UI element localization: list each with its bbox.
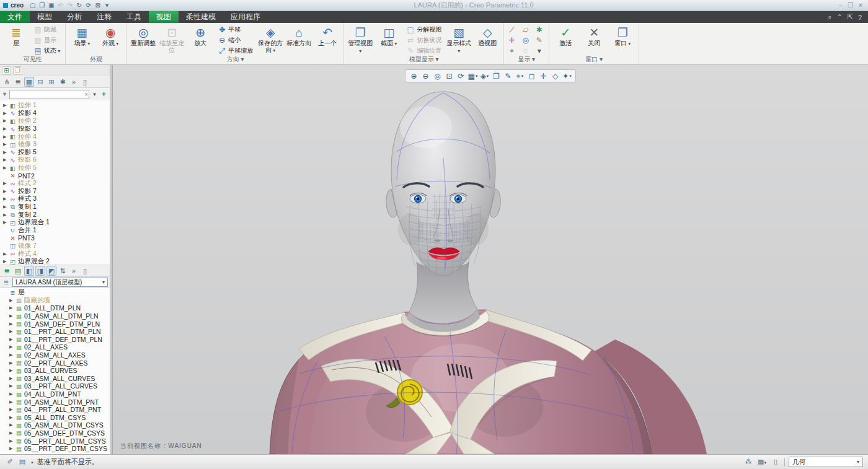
tree-filters-icon[interactable]: ≣ [13, 77, 23, 87]
new-file-icon[interactable]: ▢ [28, 1, 37, 10]
expander-icon[interactable] [9, 368, 15, 373]
spin-center-icon[interactable]: ✛ [538, 71, 549, 81]
expander-icon[interactable] [3, 213, 9, 217]
layer-tree-item[interactable]: ▤ 03_ASM_ALL_CURVES [0, 375, 110, 383]
layer-model-combo[interactable]: LAURA.ASM (顶层模型) [12, 278, 108, 287]
expander-icon[interactable] [3, 126, 9, 131]
standard-orientation-button[interactable]: ⌂标准方向 [285, 24, 312, 56]
exploded-view-button[interactable]: ⬚分解视图 [404, 24, 444, 35]
windows-button[interactable]: ❐窗口 [609, 24, 636, 56]
annotation-display-icon[interactable]: ◻ [526, 71, 537, 81]
point-display-toggle[interactable]: ✛ [507, 35, 519, 45]
model-tree-item[interactable]: ∾ 样式 4 [0, 250, 110, 258]
redo-icon[interactable]: ↷ [65, 1, 74, 10]
close-window-button[interactable]: ✕关闭 [580, 24, 608, 56]
overflow-icon[interactable]: » [69, 77, 79, 87]
expander-icon[interactable] [3, 252, 9, 256]
expander-icon[interactable] [9, 361, 15, 366]
selection-filter-combo[interactable]: 几何 [789, 457, 863, 467]
model-tree-item[interactable]: ∪ 合并 1 [0, 227, 110, 235]
view-manager-icon[interactable]: ❐ [491, 71, 502, 81]
expander-icon[interactable] [9, 337, 15, 342]
panel-doc-icon[interactable]: ▯ [80, 77, 90, 87]
activate-button[interactable]: ✓激活 [552, 24, 579, 56]
show-tree-icon[interactable]: ⋔ [2, 77, 12, 87]
datum-display-filters-icon[interactable]: ⌖ [515, 71, 525, 81]
saved-orientations-icon[interactable]: ◈ [479, 71, 490, 81]
expander-icon[interactable] [3, 157, 9, 162]
expander-icon[interactable] [9, 353, 15, 357]
quick-verify-icon[interactable]: ⁂ [743, 458, 753, 466]
repaint-icon[interactable]: ⟳ [456, 71, 466, 81]
expander-icon[interactable] [9, 400, 15, 405]
status-button[interactable]: ▤状态 [31, 45, 63, 56]
zoom-out-button[interactable]: ⊖缩小 [215, 35, 255, 45]
minimize-icon[interactable]: – [836, 1, 846, 10]
previous-view-button[interactable]: ↶上一个 [314, 24, 341, 56]
perspective-button[interactable]: ◇透视图 [474, 24, 501, 56]
undo-icon[interactable]: ↶ [56, 1, 65, 10]
hide-button[interactable]: ▧隐藏 [31, 24, 63, 35]
resize-ribbon-icon[interactable]: ⇱ [848, 13, 853, 21]
layer-tree-item[interactable]: ▤ 05_ASM_DEF_DTM_CSYS [0, 429, 110, 437]
model-tree-item[interactable]: ◧ 拉伸 2 [0, 117, 110, 125]
layer-tree-item[interactable]: ▤ 02_ASM_ALL_AXES [0, 351, 110, 359]
zoom-out-icon[interactable]: ⊖ [420, 71, 431, 81]
expander-icon[interactable] [3, 204, 9, 209]
zoom-in-button[interactable]: ⊕放大 [187, 24, 214, 56]
spin-center-toggle[interactable]: ✱ [534, 24, 546, 35]
save-icon[interactable]: ▣ [46, 1, 56, 10]
display-filter-icon[interactable]: ▦ [757, 458, 767, 466]
refit-button[interactable]: ◎重新调整 [130, 24, 157, 56]
expander-icon[interactable] [9, 344, 15, 349]
layer-tree-item[interactable]: ▥ 隐藏的项 [0, 297, 110, 305]
layer-tree-icon[interactable]: ≣ [2, 266, 12, 276]
expander-icon[interactable] [9, 392, 15, 397]
overflow-icon[interactable]: » [69, 266, 79, 276]
isolate-layer-icon[interactable]: ◨ [35, 266, 45, 276]
model-tree-item[interactable]: ∿ 投影 3 [0, 125, 110, 133]
model-tree-item[interactable]: ◫ 镜像 3 [0, 141, 110, 149]
annotation-display-toggle[interactable]: ◎ [520, 35, 533, 45]
minimize-ribbon-icon[interactable]: ⌃ [836, 13, 842, 21]
display-style-icon[interactable]: ▦ [467, 71, 478, 81]
layer-tree-item[interactable]: ▤ 05_ALL_DTM_CSYS [0, 414, 110, 422]
layer-tree-item[interactable]: ▤ 01__PRT_ALL_DTM_PLN [0, 328, 110, 336]
layer-tree-item[interactable]: ▤ 04__PRT_ALL_DTM_PNT [0, 406, 110, 414]
manage-views-button[interactable]: ❐管理视图 [347, 24, 374, 56]
model-viewport[interactable] [113, 65, 868, 454]
quick-access-options-icon[interactable]: ▾ [102, 1, 112, 10]
sketch-display-icon[interactable]: ✎ [503, 71, 513, 81]
model-tree-item[interactable]: ∿ 投影 4 [0, 110, 110, 118]
panel-doc-icon[interactable]: ▯ [80, 266, 90, 276]
model-tree-item[interactable]: ◧ 拉伸 1 [0, 102, 110, 110]
repaint-icon[interactable]: ⟳ [84, 1, 93, 10]
expander-icon[interactable] [3, 189, 9, 194]
show-button[interactable]: ▨显示 [31, 35, 63, 45]
expander-icon[interactable] [3, 220, 9, 225]
pan-zoom-button[interactable]: ⤢平移缩放 [215, 45, 255, 56]
expander-icon[interactable] [9, 329, 15, 334]
expander-icon[interactable] [3, 134, 9, 139]
layer-tree-item[interactable]: ▤ 05__PRT_ALL_DTM_CSYS [0, 437, 110, 445]
layer-tree-item[interactable]: ▤ 02__PRT_ALL_AXES [0, 359, 110, 367]
model-tree-item[interactable]: ✕ PNT3 [0, 234, 110, 242]
layer-tree-root[interactable]: ≣ 层 [0, 289, 110, 297]
toggle-status-button[interactable]: ⇄切换状况 [404, 35, 444, 45]
layer-tree-item[interactable]: ▤ 01_ALL_DTM_PLN [0, 304, 110, 312]
refit-icon[interactable]: ◎ [432, 71, 443, 81]
model-tree-item[interactable]: ⧉ 复制 1 [0, 203, 110, 211]
expander-icon[interactable] [3, 118, 9, 123]
expander-icon[interactable] [9, 446, 15, 451]
tab-model[interactable]: 模型 [30, 11, 60, 23]
csys-display-toggle[interactable]: ⌖ [507, 45, 519, 56]
regenerate-icon[interactable]: ↻ [74, 1, 84, 10]
tab-analysis[interactable]: 分析 [60, 11, 89, 23]
filter-dropdown-icon[interactable]: ▾ [91, 91, 98, 97]
model-tree-tab-icon[interactable]: ⊞ [2, 66, 11, 75]
zoom-in-icon[interactable]: ⊕ [409, 71, 419, 81]
close-icon[interactable]: ✕ [856, 1, 866, 10]
layer-tree-item[interactable]: ▤ 05_ASM_ALL_DTM_CSYS [0, 421, 110, 429]
clipboard-icon[interactable]: ▯ [771, 458, 781, 466]
display-style-button[interactable]: ▧显示样式 [445, 24, 472, 56]
